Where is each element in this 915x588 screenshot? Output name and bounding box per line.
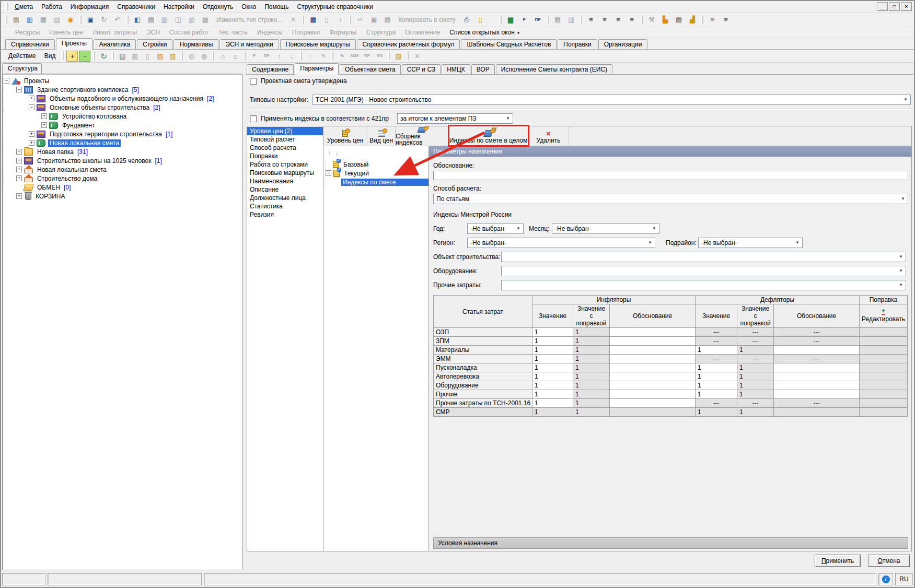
price-level-button[interactable]: Уровень цен	[323, 126, 367, 146]
toolbar-grip[interactable]	[349, 16, 351, 24]
tab-parametry[interactable]: Параметры	[295, 63, 339, 75]
toolbar-grip[interactable]	[79, 16, 82, 24]
apply-mode-combo[interactable]: за итогом к элементам ПЗ	[397, 113, 513, 124]
cell-value[interactable]: 1	[696, 381, 737, 390]
calc-icon[interactable]: ▦	[307, 14, 319, 26]
toolbar-grip[interactable]	[244, 52, 246, 60]
tab-shablony-svodnyh[interactable]: Шаблоны Сводных Расчётов	[461, 39, 557, 49]
unlock-icon[interactable]: ◧	[131, 14, 144, 26]
panel-limit-zatraty[interactable]: Лимит. затраты	[88, 29, 142, 36]
level-item[interactable]: − Текущий	[326, 169, 428, 178]
section-poiskovye-marshruty[interactable]: Поисковые маршруты	[247, 169, 323, 177]
tab-ssr-sz[interactable]: ССР и СЗ	[402, 64, 441, 74]
save-icon[interactable]: ▣	[84, 14, 97, 26]
buildings-icon[interactable]: ▥	[129, 51, 141, 62]
collapse-toggle[interactable]: −	[16, 87, 22, 92]
tree-item[interactable]: + Подготовка территории строительства [1…	[4, 130, 241, 138]
tab-vor[interactable]: ВОР	[471, 64, 495, 74]
expand-toggle[interactable]: +	[16, 167, 22, 172]
percent-icon[interactable]: %	[317, 51, 329, 62]
index-collection-button[interactable]: Сборник индексов	[396, 126, 449, 146]
tree-item[interactable]: − Проекты	[4, 76, 241, 85]
tab-esn-metodiki[interactable]: ЭСН и методики	[219, 39, 279, 49]
delete-icon[interactable]: ✕	[411, 51, 423, 62]
menu-strukturnye[interactable]: Структурные справочники	[293, 2, 377, 11]
cell-justification[interactable]	[774, 381, 860, 390]
cell-justification[interactable]	[610, 390, 696, 399]
cell-value[interactable]: 1	[532, 372, 573, 381]
comment-icon[interactable]: ◫	[172, 14, 184, 26]
price-pr-icon[interactable]: ПР	[531, 14, 544, 26]
tree-item[interactable]: + Строительство дома	[4, 174, 241, 183]
section-tipovoy-raschet[interactable]: Типовой расчет	[247, 135, 323, 144]
section-opisanie[interactable]: Описание	[247, 185, 323, 194]
m29-icon[interactable]: М29	[349, 51, 360, 62]
cell-justification[interactable]	[610, 381, 696, 390]
tab-ispolnenie-eis[interactable]: Исполнение Сметы контракта (ЕИС)	[496, 64, 612, 74]
collapse-toggle[interactable]: −	[29, 104, 34, 110]
tree-item[interactable]: + Фундамент	[4, 121, 241, 130]
toolbar-grip[interactable]	[388, 52, 390, 60]
tab-organizacii[interactable]: Организации	[598, 39, 648, 49]
toolbar-grip[interactable]	[580, 16, 582, 24]
refresh-icon[interactable]: ↻	[98, 14, 110, 26]
structure-tree-icon[interactable]: ▤	[10, 14, 22, 26]
search-dog-icon[interactable]: ◌	[305, 51, 316, 62]
house-add-icon[interactable]: ⌂	[217, 51, 228, 62]
expand-toggle[interactable]: +	[16, 193, 22, 199]
cell-justification[interactable]	[774, 372, 860, 381]
table-row[interactable]: Материалы 1 1 1 1	[434, 346, 908, 355]
tab-poiskovye-marshruty[interactable]: Поисковые маршруты	[280, 39, 356, 49]
collapse-all-icon[interactable]: −	[79, 51, 90, 62]
section-popravki[interactable]: Поправки	[247, 152, 323, 160]
collapse-toggle[interactable]: −	[4, 78, 9, 84]
indent-level-up-icon[interactable]: ≡	[585, 14, 597, 26]
table-row[interactable]: Прочие 1 1 1 1	[434, 390, 908, 399]
expand-toggle[interactable]: +	[41, 113, 47, 119]
project-tree[interactable]: − Проекты − Здание спортивного комплекса…	[2, 74, 242, 570]
add-building-icon[interactable]: ▤	[117, 51, 128, 62]
menu-otdohnut[interactable]: Отдохнуть	[199, 2, 237, 11]
toolbar-grip[interactable]	[181, 52, 183, 60]
menu-smeta[interactable]: Смета	[10, 2, 37, 11]
change-row-type-button[interactable]: Изменить тип строки...	[212, 16, 286, 23]
toolbar-grip[interactable]	[93, 52, 95, 60]
cell-value[interactable]: 1	[696, 390, 737, 399]
panel-indeksy[interactable]: Индексы	[252, 29, 287, 36]
cell-justification[interactable]	[610, 346, 696, 355]
copy-doc-icon[interactable]: ⎙	[460, 14, 473, 26]
cell-value[interactable]: 1	[532, 355, 573, 363]
level-item-selected[interactable]: Индексы по смете	[326, 178, 428, 186]
panel-struktura[interactable]: Структура	[361, 29, 400, 36]
tree-item[interactable]: − Здание спортивного комплекса [5]	[4, 85, 241, 94]
cell-value[interactable]: 1	[696, 346, 737, 355]
table-row[interactable]: Автоперевозка 1 1 1 1	[434, 372, 908, 381]
menu-rabota[interactable]: Работа	[37, 2, 66, 11]
structure-add-icon[interactable]: ▥	[24, 14, 36, 26]
expand-toggle[interactable]: +	[29, 131, 34, 137]
cell-justification[interactable]	[610, 328, 696, 337]
page-icon[interactable]: ▯	[320, 14, 333, 26]
section-urovni-cen[interactable]: Уровни цен (2)	[247, 127, 323, 135]
other-costs-combo[interactable]	[501, 280, 906, 290]
cell-value[interactable]: 1	[696, 363, 737, 372]
expand-toggle[interactable]: +	[41, 122, 47, 128]
table-row[interactable]: ОЗП 1 1 --- --- ---	[434, 328, 908, 337]
apply-button[interactable]: Применить	[815, 555, 861, 567]
tab-analitika[interactable]: Аналитика	[94, 39, 136, 49]
table-row[interactable]: ЭММ 1 1 --- --- ---	[434, 355, 908, 363]
replace-icon[interactable]: ▩	[199, 14, 212, 26]
toolbar-grip[interactable]	[701, 16, 703, 24]
copy-icon[interactable]: ▣	[367, 14, 380, 26]
cell-justification[interactable]	[610, 372, 696, 381]
approved-checkbox[interactable]	[250, 78, 257, 85]
cell-value[interactable]: 1	[532, 390, 573, 399]
tab-obektnaya-smeta[interactable]: Объектная смета	[340, 64, 401, 74]
region-combo[interactable]: -Не выбран-	[467, 238, 655, 248]
table-row[interactable]: Пусконаладка 1 1 1 1	[434, 363, 908, 372]
paste-icon[interactable]: ▤	[381, 14, 393, 26]
expand-toggle[interactable]: +	[16, 175, 22, 181]
tree-item[interactable]: + Объекты подсобного и обслуживающего на…	[4, 94, 241, 103]
insert-section-icon[interactable]: ▥	[158, 14, 171, 26]
folder-send-icon[interactable]: ▨	[167, 51, 178, 62]
